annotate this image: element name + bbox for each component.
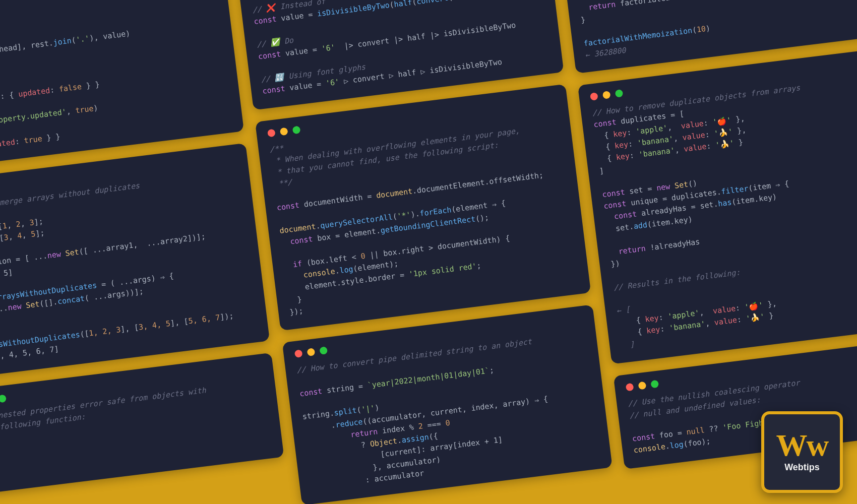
- code: 1, 2, 3: [88, 325, 121, 338]
- code: Set: [65, 247, 80, 258]
- code: ,: [673, 133, 683, 143]
- code: updated: [18, 86, 50, 99]
- code: `year|2022|month|01|day|01`: [367, 366, 490, 390]
- scene-root: following function to update nested prop…: [0, 0, 857, 504]
- code: ]: [620, 340, 635, 350]
- code: isDivisibleByTwo: [317, 1, 390, 18]
- code: return: [609, 244, 646, 258]
- maximize-icon[interactable]: [615, 89, 624, 98]
- code: const: [593, 117, 617, 129]
- code: value: [681, 118, 704, 130]
- code: 'property.updated': [0, 107, 67, 127]
- maximize-icon[interactable]: [292, 125, 301, 134]
- code: :: [735, 302, 745, 312]
- code: key: [646, 325, 660, 335]
- minimize-icon[interactable]: [280, 127, 288, 136]
- webtips-logo[interactable]: Ww Webtips: [761, 411, 843, 493]
- code: updated: [0, 137, 16, 150]
- code: string.: [302, 409, 335, 422]
- card-nested-set-property: following function to update nested prop…: [0, 0, 244, 169]
- code: 10: [696, 24, 706, 34]
- code: },: [730, 113, 745, 124]
- code: });: [289, 306, 303, 317]
- close-icon[interactable]: [267, 129, 276, 137]
- close-icon[interactable]: [294, 350, 303, 358]
- code: ]: [599, 166, 604, 176]
- code: 'banana': [668, 319, 706, 333]
- code: foo =: [654, 428, 687, 441]
- code: true: [24, 134, 43, 145]
- code: ]);: [219, 311, 234, 322]
- minimize-icon[interactable]: [307, 348, 316, 357]
- code: document: [279, 222, 317, 235]
- code: '6': [321, 42, 336, 53]
- code: '6': [325, 78, 340, 88]
- code: :: [703, 117, 713, 128]
- card-find-overflowing-elements: /** * When dealing with overflowing elem…: [255, 84, 591, 331]
- code: const: [604, 210, 637, 223]
- code: ({: [428, 431, 438, 442]
- code: ▷ convert ▷ half ▷ isDivisibleByTwo: [339, 57, 503, 86]
- code: value: [682, 130, 706, 142]
- maximize-icon[interactable]: [319, 346, 328, 355]
- code: const: [603, 199, 627, 211]
- code: half: [393, 0, 412, 9]
- code: ).: [410, 209, 420, 219]
- code: set =: [624, 183, 657, 197]
- code: '*': [397, 210, 411, 221]
- code: ();: [475, 213, 489, 223]
- code: ,: [20, 218, 30, 228]
- code: (element ⇒ {: [451, 199, 506, 214]
- code: ((accumulator, current, index, array) ⇒ …: [362, 394, 548, 426]
- code: const: [262, 84, 286, 96]
- code: :: [737, 314, 747, 324]
- maximize-icon[interactable]: [0, 394, 7, 403]
- code: key: [645, 313, 659, 324]
- code: '🍎': [744, 300, 764, 311]
- code: convert: [416, 0, 449, 6]
- code: Set: [674, 179, 689, 190]
- code: has: [717, 198, 732, 209]
- code: ← [: [616, 305, 631, 316]
- code: Set: [25, 299, 40, 310]
- code: const: [632, 431, 655, 443]
- code: split: [334, 406, 357, 417]
- code: const: [280, 234, 313, 247]
- code: value: [714, 316, 738, 327]
- maximize-icon[interactable]: [650, 380, 659, 389]
- code: const: [602, 187, 626, 199]
- code: ,: [699, 306, 713, 317]
- code: const: [254, 14, 277, 26]
- close-icon[interactable]: [590, 92, 598, 101]
- code: '🍌': [746, 312, 765, 323]
- card-nested-get-property: Get nested properties error safe from ob…: [0, 352, 284, 495]
- code: 'apple': [635, 123, 668, 136]
- code: '🍌': [713, 127, 733, 138]
- code: console: [633, 442, 666, 455]
- comment: /**: [269, 143, 284, 154]
- minimize-icon[interactable]: [602, 91, 611, 99]
- code: add: [633, 220, 648, 231]
- comment: // ✅ Do: [256, 36, 294, 49]
- code: ,: [66, 106, 76, 116]
- code: filter: [720, 184, 749, 196]
- code: }): [610, 259, 621, 269]
- code: .: [303, 420, 336, 433]
- column-1: following function to update nested prop…: [0, 0, 290, 504]
- code: }: [764, 311, 774, 321]
- code: reduce: [335, 417, 363, 429]
- code: forEach: [419, 205, 452, 218]
- tilted-grid: following function to update nested prop…: [0, 0, 857, 504]
- logo-brand: Ww: [776, 431, 828, 460]
- code: }: [288, 294, 302, 305]
- close-icon[interactable]: [626, 383, 634, 392]
- code: :: [49, 85, 59, 95]
- minimize-icon[interactable]: [638, 382, 647, 390]
- code: ([ ...array1, ...array2])];: [79, 232, 206, 257]
- code: ], [: [170, 317, 189, 328]
- code: ← 3628800: [585, 45, 627, 59]
- code: key: [616, 151, 630, 162]
- code: {: [597, 153, 617, 164]
- code: 'banana': [638, 146, 676, 159]
- code: key: [614, 140, 629, 150]
